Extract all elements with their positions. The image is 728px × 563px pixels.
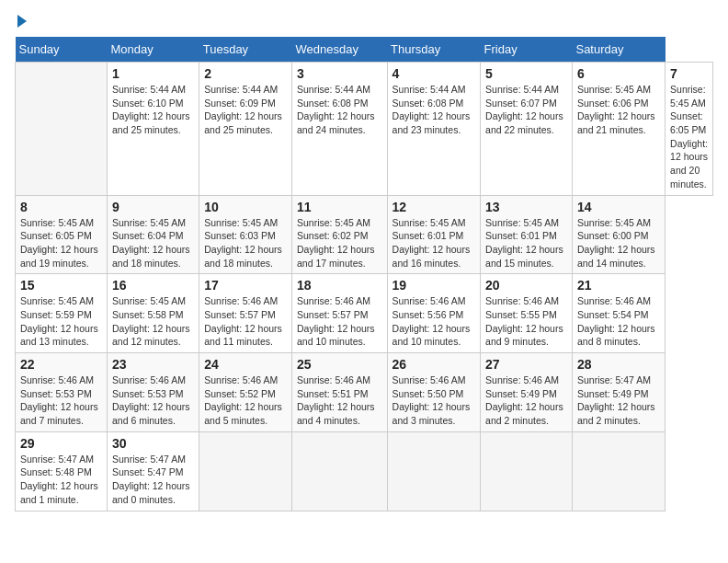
day-number: 17 [204, 278, 287, 293]
day-info: Sunrise: 5:44 AMSunset: 6:08 PMDaylight:… [297, 83, 382, 137]
day-cell: 20Sunrise: 5:46 AMSunset: 5:55 PMDayligh… [481, 274, 573, 353]
day-number: 24 [204, 357, 287, 372]
logo-arrow-icon [17, 15, 27, 28]
day-cell: 11Sunrise: 5:45 AMSunset: 6:02 PMDayligh… [291, 195, 387, 274]
day-cell: 13Sunrise: 5:45 AMSunset: 6:01 PMDayligh… [481, 195, 573, 274]
column-header-friday: Friday [481, 37, 573, 63]
day-number: 19 [392, 278, 475, 293]
day-cell: 12Sunrise: 5:45 AMSunset: 6:01 PMDayligh… [387, 195, 480, 274]
day-info: Sunrise: 5:46 AMSunset: 5:57 PMDaylight:… [297, 294, 382, 349]
day-number: 13 [485, 200, 567, 214]
day-number: 4 [392, 66, 475, 81]
week-row-2: 8Sunrise: 5:45 AMSunset: 6:05 PMDaylight… [16, 195, 713, 274]
day-number: 3 [297, 66, 382, 81]
day-cell [572, 431, 665, 511]
day-number: 22 [20, 357, 102, 372]
day-number: 1 [112, 66, 194, 81]
page-header [15, 15, 713, 28]
day-info: Sunrise: 5:45 AMSunset: 6:00 PMDaylight:… [577, 216, 660, 270]
calendar-table: SundayMondayTuesdayWednesdayThursdayFrid… [15, 37, 713, 511]
empty-cell [16, 63, 108, 196]
day-info: Sunrise: 5:46 AMSunset: 5:52 PMDaylight:… [204, 373, 287, 428]
day-number: 23 [112, 357, 194, 372]
day-number: 18 [297, 278, 382, 293]
day-info: Sunrise: 5:46 AMSunset: 5:54 PMDaylight:… [577, 294, 660, 349]
day-number: 9 [112, 200, 194, 214]
day-cell: 4Sunrise: 5:44 AMSunset: 6:08 PMDaylight… [387, 63, 480, 196]
day-info: Sunrise: 5:45 AMSunset: 6:05 PMDaylight:… [20, 216, 102, 270]
day-number: 2 [204, 66, 287, 81]
day-cell: 17Sunrise: 5:46 AMSunset: 5:57 PMDayligh… [199, 274, 292, 353]
day-info: Sunrise: 5:45 AMSunset: 5:59 PMDaylight:… [20, 294, 102, 349]
day-info: Sunrise: 5:47 AMSunset: 5:47 PMDaylight:… [112, 453, 194, 507]
day-number: 21 [577, 278, 660, 293]
day-number: 26 [392, 357, 475, 372]
day-cell: 3Sunrise: 5:44 AMSunset: 6:08 PMDaylight… [291, 63, 387, 196]
day-cell: 16Sunrise: 5:45 AMSunset: 5:58 PMDayligh… [107, 274, 199, 353]
column-header-tuesday: Tuesday [199, 37, 292, 63]
day-cell: 21Sunrise: 5:46 AMSunset: 5:54 PMDayligh… [572, 274, 665, 353]
day-number: 11 [297, 200, 382, 214]
day-info: Sunrise: 5:47 AMSunset: 5:49 PMDaylight:… [577, 373, 660, 428]
day-number: 14 [577, 200, 660, 214]
day-info: Sunrise: 5:45 AMSunset: 6:04 PMDaylight:… [112, 216, 194, 270]
day-cell [481, 431, 573, 511]
day-cell: 2Sunrise: 5:44 AMSunset: 6:09 PMDaylight… [199, 63, 292, 196]
column-header-wednesday: Wednesday [291, 37, 387, 63]
day-cell: 27Sunrise: 5:46 AMSunset: 5:49 PMDayligh… [481, 353, 573, 432]
day-cell: 23Sunrise: 5:46 AMSunset: 5:53 PMDayligh… [107, 353, 199, 432]
day-cell: 15Sunrise: 5:45 AMSunset: 5:59 PMDayligh… [16, 274, 108, 353]
day-number: 6 [577, 66, 660, 81]
day-info: Sunrise: 5:45 AMSunset: 6:01 PMDaylight:… [485, 216, 567, 270]
day-info: Sunrise: 5:44 AMSunset: 6:10 PMDaylight:… [112, 83, 194, 137]
day-info: Sunrise: 5:46 AMSunset: 5:53 PMDaylight:… [112, 373, 194, 428]
day-number: 20 [485, 278, 567, 293]
day-number: 8 [20, 200, 102, 214]
day-cell: 9Sunrise: 5:45 AMSunset: 6:04 PMDaylight… [107, 195, 199, 274]
day-info: Sunrise: 5:45 AMSunset: 5:58 PMDaylight:… [112, 294, 194, 349]
day-info: Sunrise: 5:45 AMSunset: 6:05 PMDaylight:… [670, 83, 708, 191]
day-cell: 10Sunrise: 5:45 AMSunset: 6:03 PMDayligh… [199, 195, 292, 274]
day-cell: 18Sunrise: 5:46 AMSunset: 5:57 PMDayligh… [291, 274, 387, 353]
day-info: Sunrise: 5:47 AMSunset: 5:48 PMDaylight:… [20, 453, 102, 507]
logo [15, 15, 27, 28]
column-header-sunday: Sunday [16, 37, 108, 63]
day-cell: 26Sunrise: 5:46 AMSunset: 5:50 PMDayligh… [387, 353, 480, 432]
day-cell: 8Sunrise: 5:45 AMSunset: 6:05 PMDaylight… [16, 195, 108, 274]
day-cell [291, 431, 387, 511]
day-cell: 25Sunrise: 5:46 AMSunset: 5:51 PMDayligh… [291, 353, 387, 432]
day-info: Sunrise: 5:46 AMSunset: 5:56 PMDaylight:… [392, 294, 475, 349]
week-row-4: 22Sunrise: 5:46 AMSunset: 5:53 PMDayligh… [16, 353, 713, 432]
day-number: 15 [20, 278, 102, 293]
day-cell: 1Sunrise: 5:44 AMSunset: 6:10 PMDaylight… [107, 63, 199, 196]
day-number: 29 [20, 436, 102, 451]
day-cell: 28Sunrise: 5:47 AMSunset: 5:49 PMDayligh… [572, 353, 665, 432]
week-row-5: 29Sunrise: 5:47 AMSunset: 5:48 PMDayligh… [16, 431, 713, 511]
day-info: Sunrise: 5:46 AMSunset: 5:50 PMDaylight:… [392, 373, 475, 428]
day-cell: 19Sunrise: 5:46 AMSunset: 5:56 PMDayligh… [387, 274, 480, 353]
header-row: SundayMondayTuesdayWednesdayThursdayFrid… [16, 37, 713, 63]
day-number: 25 [297, 357, 382, 372]
day-info: Sunrise: 5:46 AMSunset: 5:53 PMDaylight:… [20, 373, 102, 428]
day-number: 12 [392, 200, 475, 214]
day-number: 7 [670, 66, 708, 81]
day-info: Sunrise: 5:45 AMSunset: 6:01 PMDaylight:… [392, 216, 475, 270]
day-cell: 29Sunrise: 5:47 AMSunset: 5:48 PMDayligh… [16, 431, 108, 511]
day-number: 27 [485, 357, 567, 372]
day-number: 28 [577, 357, 660, 372]
column-header-monday: Monday [107, 37, 199, 63]
day-info: Sunrise: 5:44 AMSunset: 6:07 PMDaylight:… [485, 83, 567, 137]
day-info: Sunrise: 5:46 AMSunset: 5:49 PMDaylight:… [485, 373, 567, 428]
day-cell: 14Sunrise: 5:45 AMSunset: 6:00 PMDayligh… [572, 195, 665, 274]
day-cell: 5Sunrise: 5:44 AMSunset: 6:07 PMDaylight… [481, 63, 573, 196]
day-cell: 7Sunrise: 5:45 AMSunset: 6:05 PMDaylight… [665, 63, 713, 196]
day-number: 5 [485, 66, 567, 81]
day-info: Sunrise: 5:46 AMSunset: 5:55 PMDaylight:… [485, 294, 567, 349]
day-info: Sunrise: 5:44 AMSunset: 6:08 PMDaylight:… [392, 83, 475, 137]
day-cell [387, 431, 480, 511]
column-header-saturday: Saturday [572, 37, 665, 63]
day-cell: 24Sunrise: 5:46 AMSunset: 5:52 PMDayligh… [199, 353, 292, 432]
day-info: Sunrise: 5:45 AMSunset: 6:06 PMDaylight:… [577, 83, 660, 137]
day-info: Sunrise: 5:45 AMSunset: 6:03 PMDaylight:… [204, 216, 287, 270]
day-number: 16 [112, 278, 194, 293]
